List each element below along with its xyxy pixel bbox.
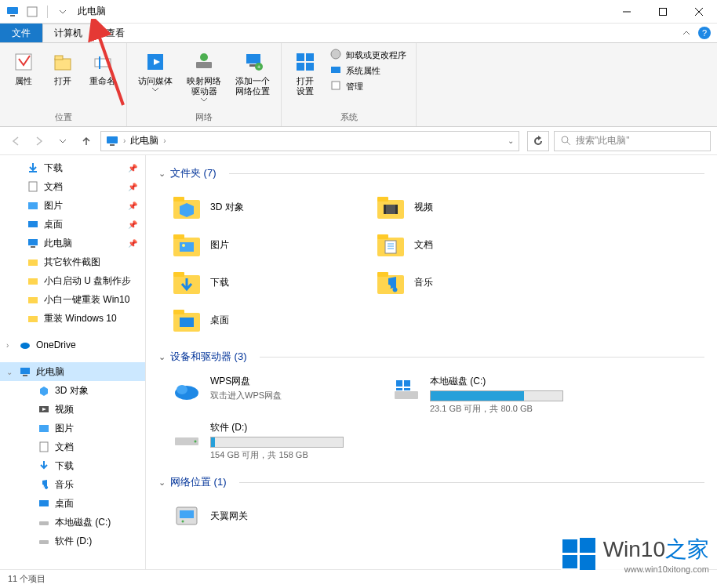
ribbon-manage[interactable]: 管理 [330, 79, 406, 93]
sidebar-item-music[interactable]: 音乐 [0, 475, 145, 494]
group-header-folders[interactable]: ⌄ 文件夹 (7) [158, 162, 704, 185]
tab-view[interactable]: 查看 [94, 24, 136, 42]
folder-label: 图片 [210, 238, 229, 252]
address-bar[interactable]: › 此电脑 › ⌄ [100, 131, 519, 151]
collapse-ribbon-icon[interactable] [682, 29, 690, 37]
titlebar: 此电脑 [0, 0, 717, 24]
sidebar-item-documents2[interactable]: 文档 [0, 437, 145, 456]
folder-label: 音乐 [414, 276, 433, 289]
svg-point-89 [182, 521, 184, 523]
divider [260, 357, 705, 358]
sidebar-item-drive-d[interactable]: 软件 (D:) [0, 532, 145, 550]
sidebar-item-documents[interactable]: 文档📌 [0, 177, 145, 196]
drive-usage-fill [431, 391, 524, 401]
minimize-button[interactable] [609, 0, 645, 24]
sidebar-label: 文档 [55, 441, 74, 454]
media-icon [143, 49, 168, 74]
ribbon-small-list: 卸载或更改程序 系统属性 管理 [327, 46, 409, 110]
chevron-down-icon[interactable]: ⌄ [6, 368, 13, 376]
ribbon-open[interactable]: 打开 [45, 46, 80, 110]
ribbon-group-network: 访问媒体 映射网络 驱动器 + 添加一个 网络位置 网络 [127, 43, 282, 126]
ribbon-media[interactable]: 访问媒体 [133, 46, 177, 110]
svg-rect-54 [173, 197, 184, 201]
drive-wps[interactable]: WPS网盘 双击进入WPS网盘 [168, 372, 356, 418]
sidebar-item-drive-c[interactable]: 本地磁盘 (C:) [0, 513, 145, 532]
chevron-right-icon[interactable]: › [123, 136, 126, 145]
chevron-right-icon[interactable]: › [163, 136, 166, 145]
sidebar-item-downloads2[interactable]: 下载 [0, 456, 145, 475]
sidebar-item-folder[interactable]: 重装 Windows 10 [0, 309, 145, 328]
folder-videos[interactable]: 视频 [372, 188, 544, 226]
sidebar-item-3d[interactable]: 3D 对象 [0, 381, 145, 400]
address-text[interactable]: 此电脑 [130, 134, 158, 147]
sidebar-label: 下载 [55, 459, 74, 473]
map-drive-icon [191, 49, 217, 74]
tab-file[interactable]: 文件 [0, 24, 42, 42]
sidebar-label: 小白启动 U 盘制作步 [44, 274, 131, 288]
drive-c[interactable]: 本地磁盘 (C:) 23.1 GB 可用，共 80.0 GB [388, 372, 576, 418]
nav-forward[interactable] [30, 132, 49, 151]
sidebar-item-folder[interactable]: 其它软件截图 [0, 252, 145, 271]
group-header-netloc[interactable]: ⌄ 网络位置 (1) [158, 470, 704, 494]
svg-rect-24 [306, 63, 314, 71]
chevron-down-icon [152, 88, 158, 92]
chevron-down-icon[interactable]: ⌄ [158, 477, 166, 488]
ribbon-add-netloc[interactable]: + 添加一个 网络位置 [231, 46, 275, 110]
help-icon[interactable]: ? [698, 27, 711, 39]
nav-back[interactable] [6, 132, 25, 151]
close-button[interactable] [681, 0, 717, 24]
ribbon-properties[interactable]: 属性 [6, 46, 41, 110]
folder-music[interactable]: 音乐 [372, 263, 544, 301]
folder-label: 3D 对象 [210, 201, 244, 214]
svg-rect-39 [28, 278, 38, 285]
svg-rect-9 [55, 59, 71, 70]
drive-title: WPS网盘 [210, 375, 353, 388]
sidebar-item-onedrive[interactable]: ›OneDrive [0, 336, 145, 354]
sidebar-label: 3D 对象 [55, 384, 89, 397]
group-header-drives[interactable]: ⌄ 设备和驱动器 (3) [158, 345, 704, 368]
folder-downloads[interactable]: 下载 [168, 263, 340, 301]
nav-recent[interactable] [53, 132, 72, 151]
refresh-button[interactable] [527, 131, 549, 151]
sidebar-item-pictures2[interactable]: 图片 [0, 419, 145, 437]
sidebar-item-desktop2[interactable]: 桌面 [0, 494, 145, 513]
search-input[interactable]: 搜索"此电脑" [554, 131, 711, 151]
netloc-item[interactable]: 天翼网关 [168, 497, 340, 535]
qat-dropdown[interactable] [54, 3, 71, 20]
sidebar-item-pictures[interactable]: 图片📌 [0, 196, 145, 215]
ribbon-sysprops[interactable]: 系统属性 [330, 64, 406, 78]
folder-documents[interactable]: 文档 [372, 226, 544, 263]
ribbon-open-settings[interactable]: 打开 设置 [288, 46, 322, 110]
svg-rect-10 [55, 56, 63, 60]
chevron-right-icon[interactable]: › [6, 341, 9, 350]
sidebar-item-thispc-quick[interactable]: 此电脑📌 [0, 234, 145, 252]
folder-pictures[interactable]: 图片 [168, 226, 340, 263]
svg-rect-34 [28, 202, 38, 209]
ribbon-map-drive[interactable]: 映射网络 驱动器 [182, 46, 226, 110]
nav-up[interactable] [77, 132, 96, 151]
sidebar-item-folder[interactable]: 小白启动 U 盘制作步 [0, 271, 145, 290]
chevron-down-icon[interactable]: ⌄ [508, 136, 514, 145]
win10-logo-icon [561, 536, 597, 572]
maximize-button[interactable] [645, 0, 681, 24]
chevron-down-icon[interactable]: ⌄ [158, 169, 166, 179]
folder-3d[interactable]: 3D 对象 [168, 188, 340, 226]
netloc-label: 天翼网关 [210, 510, 248, 523]
drive-d[interactable]: 软件 (D:) 154 GB 可用，共 158 GB [168, 418, 356, 464]
sidebar-item-videos[interactable]: 视频 [0, 400, 145, 419]
sidebar-item-desktop[interactable]: 桌面📌 [0, 215, 145, 234]
drive-sub: 双击进入WPS网盘 [210, 390, 353, 401]
ribbon-uninstall[interactable]: 卸载或更改程序 [330, 48, 406, 62]
chevron-down-icon[interactable]: ⌄ [158, 352, 166, 362]
folder-desktop[interactable]: 桌面 [168, 301, 340, 339]
sidebar-item-thispc[interactable]: ⌄此电脑 [0, 362, 145, 381]
ribbon-rename[interactable]: 重命名 [85, 46, 120, 110]
tab-computer[interactable]: 计算机 [42, 24, 94, 42]
group-title: 文件夹 (7) [170, 166, 217, 180]
svg-text:+: + [257, 64, 261, 71]
sidebar-item-folder[interactable]: 小白一键重装 Win10 [0, 290, 145, 309]
sidebar-item-downloads[interactable]: 下载📌 [0, 158, 145, 177]
qat-button[interactable] [24, 3, 41, 20]
folder-icon [171, 304, 202, 336]
rename-icon [90, 49, 115, 74]
